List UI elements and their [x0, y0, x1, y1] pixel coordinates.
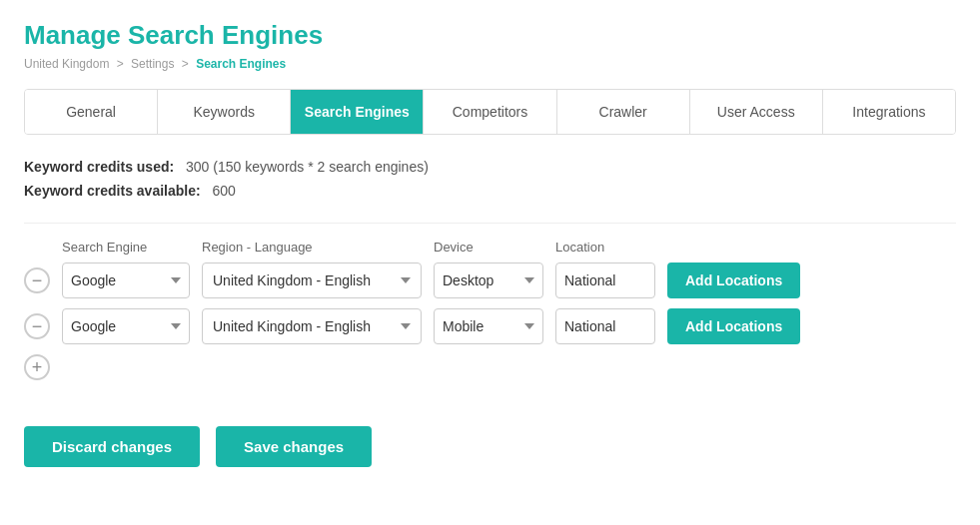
remove-row-1-button[interactable]: −: [24, 267, 50, 293]
device-select-1[interactable]: Desktop Mobile Tablet: [434, 262, 543, 298]
tab-keywords[interactable]: Keywords: [158, 90, 291, 134]
tab-search-engines[interactable]: Search Engines: [291, 90, 424, 134]
breadcrumb-sep-1: >: [117, 57, 124, 71]
credits-used-value: 300 (150 keywords * 2 search engines): [186, 159, 429, 175]
tab-bar: General Keywords Search Engines Competit…: [24, 89, 956, 135]
divider: [24, 223, 956, 224]
tab-integrations[interactable]: Integrations: [823, 90, 955, 134]
info-section: Keyword credits used: 300 (150 keywords …: [24, 159, 956, 199]
remove-row-2-button[interactable]: −: [24, 313, 50, 339]
location-text-1: National: [555, 262, 655, 298]
add-locations-button-2[interactable]: Add Locations: [667, 308, 800, 344]
credits-used-label: Keyword credits used:: [24, 159, 174, 175]
engines-table: Search Engine Region - Language Device L…: [24, 240, 956, 380]
breadcrumb-settings[interactable]: Settings: [131, 57, 174, 71]
col-header-location: Location: [555, 240, 655, 255]
save-changes-button[interactable]: Save changes: [216, 426, 372, 467]
location-text-2: National: [555, 308, 655, 344]
breadcrumb-uk[interactable]: United Kingdom: [24, 57, 109, 71]
engine-select-2[interactable]: Google Bing Yahoo: [62, 308, 190, 344]
breadcrumb: United Kingdom > Settings > Search Engin…: [24, 57, 956, 71]
engine-row-1: − Google Bing Yahoo United Kingdom - Eng…: [24, 262, 956, 298]
breadcrumb-current: Search Engines: [196, 57, 286, 71]
add-locations-button-1[interactable]: Add Locations: [667, 262, 800, 298]
tab-general[interactable]: General: [25, 90, 158, 134]
tab-crawler[interactable]: Crawler: [557, 90, 690, 134]
credits-available-row: Keyword credits available: 600: [24, 183, 956, 199]
col-header-device: Device: [434, 240, 543, 255]
credits-available-value: 600: [213, 183, 236, 199]
region-select-1[interactable]: United Kingdom - English United States -…: [202, 262, 422, 298]
footer-buttons: Discard changes Save changes: [24, 410, 956, 467]
engine-select-1[interactable]: Google Bing Yahoo: [62, 262, 190, 298]
breadcrumb-sep-2: >: [182, 57, 189, 71]
engine-row-2: − Google Bing Yahoo United Kingdom - Eng…: [24, 308, 956, 344]
tab-user-access[interactable]: User Access: [690, 90, 823, 134]
page-title: Manage Search Engines: [24, 20, 956, 51]
column-headers: Search Engine Region - Language Device L…: [24, 240, 956, 255]
col-header-engine: Search Engine: [62, 240, 190, 255]
discard-changes-button[interactable]: Discard changes: [24, 426, 200, 467]
device-select-2[interactable]: Desktop Mobile Tablet: [434, 308, 543, 344]
credits-used-row: Keyword credits used: 300 (150 keywords …: [24, 159, 956, 175]
region-select-2[interactable]: United Kingdom - English United States -…: [202, 308, 422, 344]
col-header-region: Region - Language: [202, 240, 422, 255]
credits-available-label: Keyword credits available:: [24, 183, 201, 199]
tab-competitors[interactable]: Competitors: [424, 90, 556, 134]
add-row-button[interactable]: +: [24, 354, 50, 380]
